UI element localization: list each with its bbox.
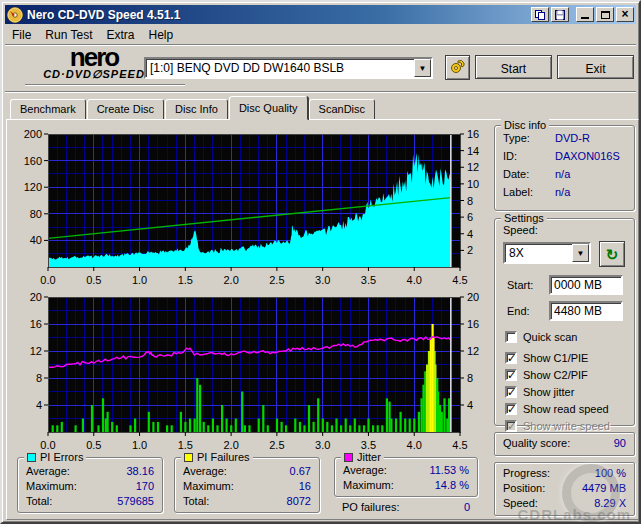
tab-scandisc[interactable]: ScanDisc <box>309 99 375 120</box>
svg-text:8: 8 <box>467 372 473 384</box>
disc-type-label: Type: <box>503 132 530 144</box>
jitter-title: Jitter <box>357 451 381 463</box>
svg-text:2.5: 2.5 <box>269 274 284 286</box>
svg-text:4: 4 <box>36 399 42 411</box>
maximize-button[interactable] <box>596 7 614 22</box>
drive-selector[interactable]: [1:0] BENQ DVD DD DW1640 BSLB ▼ <box>144 57 433 79</box>
disc-date-label: Date: <box>503 168 529 180</box>
jitter-average-value: 11.53 % <box>429 464 469 476</box>
svg-text:8: 8 <box>36 372 42 384</box>
svg-text:4.0: 4.0 <box>407 274 422 286</box>
svg-text:4.5: 4.5 <box>452 439 467 449</box>
pi-errors-chart: 40801201602002468101214160.00.51.01.52.0… <box>10 125 488 287</box>
copy-button[interactable] <box>531 7 549 22</box>
svg-text:12: 12 <box>467 345 479 357</box>
jitter-legend-swatch <box>344 453 353 462</box>
checkbox-show-c1-pie[interactable]: ✓Show C1/PIE <box>505 352 588 364</box>
progress-value: 100 % <box>595 467 626 479</box>
quality-score-panel: Quality score:90 <box>494 432 635 456</box>
tab-disc-quality[interactable]: Disc Quality <box>229 96 308 120</box>
close-icon: × <box>621 8 628 20</box>
settings-title: Settings <box>504 212 544 224</box>
jitter-panel: Jitter Average:11.53 % Maximum:14.8 % <box>334 457 478 497</box>
checkbox-quick-scan[interactable]: Quick scan <box>505 331 577 343</box>
svg-text:0.5: 0.5 <box>86 439 101 449</box>
pi-failures-maximum-label: Maximum: <box>183 480 234 492</box>
pi-errors-total-label: Total: <box>26 495 52 507</box>
checkbox-icon: ✓ <box>505 403 517 415</box>
tab-strip: Benchmark Create Disc Disc Info Disc Qua… <box>10 98 376 120</box>
drive-selector-dropdown-button[interactable]: ▼ <box>414 59 431 77</box>
quality-score-label: Quality score: <box>503 437 570 449</box>
close-button[interactable]: × <box>616 7 634 22</box>
minimize-button[interactable] <box>576 7 594 22</box>
menu-help[interactable]: Help <box>142 26 181 44</box>
svg-text:1.5: 1.5 <box>178 274 193 286</box>
speed-select-dropdown-button[interactable]: ▼ <box>572 244 589 262</box>
exit-button[interactable]: Exit <box>557 55 634 79</box>
svg-text:0.5: 0.5 <box>86 274 101 286</box>
tab-create-disc[interactable]: Create Disc <box>87 99 164 120</box>
disc-tool-button[interactable] <box>445 55 470 80</box>
pi-errors-average-label: Average: <box>26 465 70 477</box>
pi-errors-title: PI Errors <box>40 451 83 463</box>
svg-text:1.5: 1.5 <box>178 439 193 449</box>
disc-id-value: DAXON016S <box>555 150 620 162</box>
tab-disc-info[interactable]: Disc Info <box>165 99 228 120</box>
speed-select-value: 8X <box>505 246 572 260</box>
speed-select[interactable]: 8X ▼ <box>503 242 591 264</box>
quality-score-value: 90 <box>614 437 626 449</box>
scan-speed-label: Speed: <box>503 497 538 509</box>
checkbox-icon <box>505 331 517 343</box>
svg-text:2: 2 <box>467 244 473 256</box>
svg-text:3.5: 3.5 <box>361 274 376 286</box>
disc-id-label: ID: <box>503 150 517 162</box>
svg-text:16: 16 <box>467 318 479 330</box>
menu-extra[interactable]: Extra <box>99 26 141 44</box>
end-position-input[interactable] <box>549 301 623 321</box>
svg-text:200: 200 <box>24 128 42 140</box>
checkbox-show-write-speed: ✓Show write speed <box>505 420 610 432</box>
checkbox-show-jitter[interactable]: ✓Show jitter <box>505 386 574 398</box>
pi-failures-total-value: 8072 <box>287 495 311 507</box>
window-title: Nero CD-DVD Speed 4.51.1 <box>27 8 529 22</box>
start-button[interactable]: Start <box>475 55 552 79</box>
svg-text:3.0: 3.0 <box>315 274 330 286</box>
svg-text:4.5: 4.5 <box>452 274 467 286</box>
svg-text:120: 120 <box>24 181 42 193</box>
progress-panel: Progress:100 % Position:4479 MB Speed:8.… <box>494 462 635 516</box>
pi-failures-average-label: Average: <box>183 465 227 477</box>
menu-file[interactable]: File <box>5 26 38 44</box>
disc-date-value: n/a <box>555 168 570 180</box>
svg-text:8: 8 <box>467 195 473 207</box>
start-position-input[interactable] <box>549 275 623 295</box>
svg-text:2.5: 2.5 <box>269 439 284 449</box>
disc-label-value: n/a <box>555 186 570 198</box>
svg-text:10: 10 <box>467 178 479 190</box>
pi-failures-title: PI Failures <box>197 451 250 463</box>
svg-text:3.0: 3.0 <box>315 439 330 449</box>
disc-type-value: DVD-R <box>555 132 590 144</box>
chevron-down-icon: ▼ <box>419 64 427 73</box>
chevron-down-icon: ▼ <box>577 249 585 258</box>
svg-text:4.0: 4.0 <box>407 439 422 449</box>
jitter-maximum-value: 14.8 % <box>435 479 469 491</box>
menu-run-test[interactable]: Run Test <box>38 26 99 44</box>
checkbox-icon: ✓ <box>505 352 517 364</box>
svg-text:0.0: 0.0 <box>40 439 55 449</box>
floppy-disk-icon <box>555 10 565 20</box>
svg-text:16: 16 <box>30 318 42 330</box>
tab-benchmark[interactable]: Benchmark <box>10 99 86 120</box>
jitter-maximum-label: Maximum: <box>343 479 394 491</box>
settings-panel: Settings Speed: 8X ▼ ↻ Start: End: Quick… <box>494 218 635 426</box>
svg-text:20: 20 <box>30 291 42 303</box>
checkbox-show-c2-pif[interactable]: ✓Show C2/PIF <box>505 369 588 381</box>
progress-label: Progress: <box>503 467 550 479</box>
scan-speed-value: 8.29 X <box>594 497 626 509</box>
speed-label: Speed: <box>503 224 538 236</box>
save-button[interactable] <box>551 7 569 22</box>
disc-info-panel: Disc info Type:DVD-R ID:DAXON016S Date:n… <box>494 125 635 211</box>
checkbox-show-read-speed[interactable]: ✓Show read speed <box>505 403 609 415</box>
refresh-button[interactable]: ↻ <box>599 241 625 267</box>
disc-grab-icon <box>450 58 466 74</box>
